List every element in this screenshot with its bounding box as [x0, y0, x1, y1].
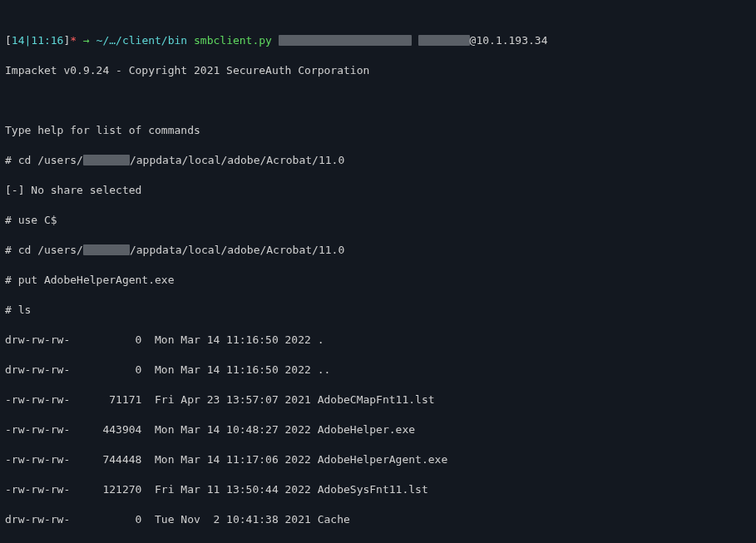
cmd-use: # use C$ — [5, 213, 751, 228]
redacted-arg — [418, 35, 470, 46]
cmd-put: # put AdobeHelperAgent.exe — [5, 273, 751, 288]
impacket-banner: Impacket v0.9.24 - Copyright 2021 Secure… — [5, 63, 751, 78]
shell-prompt-line: [14|11:16]* → ~/…/client/bin smbclient.p… — [5, 33, 751, 48]
ls-entry: drw-rw-rw- 0 Mon Mar 14 11:16:50 2022 .. — [5, 363, 751, 378]
arrow-icon: → — [77, 34, 96, 47]
ls-entry: drw-rw-rw- 0 Tue Nov 2 10:41:38 2021 Cac… — [5, 512, 751, 527]
prompt-time: 14|11:16 — [12, 34, 64, 47]
ls-entry: drw-rw-rw- 0 Mon Mar 14 11:16:50 2022 . — [5, 333, 751, 348]
cmd-cd: # cd /users//appdata/local/adobe/Acrobat… — [5, 153, 751, 168]
cmd-ls: # ls — [5, 303, 751, 318]
blank-line — [5, 93, 751, 108]
redacted-user — [83, 244, 130, 255]
cmd-cd: # cd /users//appdata/local/adobe/Acrobat… — [5, 243, 751, 258]
bracket-open: [ — [5, 34, 12, 47]
ls-entry: -rw-rw-rw- 71171 Fri Apr 23 13:57:07 202… — [5, 392, 751, 407]
help-hint: Type help for list of commands — [5, 123, 751, 138]
ls-entry: -rw-rw-rw- 744448 Mon Mar 14 11:17:06 20… — [5, 452, 751, 467]
ls-entry: -rw-rw-rw- 121270 Fri Mar 11 13:50:44 20… — [5, 482, 751, 497]
target-ip: 10.1.193.34 — [476, 34, 547, 47]
redacted-user — [83, 155, 130, 165]
terminal[interactable]: [14|11:16]* → ~/…/client/bin smbclient.p… — [0, 0, 756, 543]
ls-entry: -rw-rw-rw- 443904 Mon Mar 14 10:48:27 20… — [5, 422, 751, 437]
redacted-arg — [279, 35, 412, 46]
no-share-msg: [-] No share selected — [5, 183, 751, 198]
star-icon: * — [70, 34, 77, 47]
cwd-path: ~/…/client/bin — [96, 34, 194, 47]
command-name: smbclient.py — [194, 34, 279, 47]
